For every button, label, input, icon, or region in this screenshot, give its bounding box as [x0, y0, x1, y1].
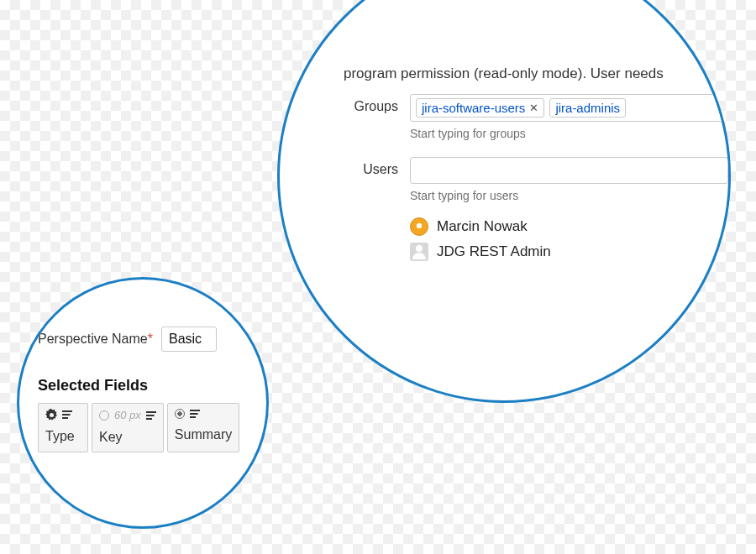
perspective-name-row: Perspective Name*	[38, 327, 266, 352]
align-lines-icon	[146, 411, 156, 420]
field-card-header	[45, 409, 81, 421]
users-hint: Start typing for users	[410, 189, 728, 202]
perspective-form: Perspective Name* Selected Fields Type 6…	[38, 327, 266, 452]
avatar-icon	[410, 217, 428, 236]
align-lines-icon	[190, 410, 200, 418]
user-suggestion-list: Marcin Nowak JDG REST Admin	[410, 214, 728, 264]
radio-filled-icon	[175, 409, 185, 419]
permissions-zoom-circle: program permission (read-only mode). Use…	[277, 0, 731, 403]
permissions-form: program permission (read-only mode). Use…	[339, 65, 728, 269]
field-card-type[interactable]: Type	[38, 403, 88, 452]
perspective-name-label: Perspective Name*	[38, 332, 153, 347]
user-name: JDG REST Admin	[437, 243, 551, 260]
users-input[interactable]	[410, 157, 728, 184]
user-name: Marcin Nowak	[437, 218, 528, 235]
group-tag-text: jira-adminis	[555, 101, 620, 115]
permission-description: program permission (read-only mode). Use…	[339, 65, 728, 82]
field-card-header: 60 px	[99, 409, 156, 421]
field-card-label: Key	[99, 430, 156, 445]
radio-empty-icon	[99, 410, 109, 421]
gear-icon	[45, 409, 57, 421]
groups-label: Groups	[339, 94, 410, 114]
field-card-key[interactable]: 60 px Key	[92, 403, 164, 452]
selected-fields-list: Type 60 px Key Summary	[38, 403, 266, 452]
user-suggestion[interactable]: Marcin Nowak	[410, 214, 728, 239]
perspective-name-input[interactable]	[161, 327, 217, 352]
selected-fields-heading: Selected Fields	[38, 377, 266, 395]
remove-tag-icon[interactable]: ✕	[529, 102, 538, 114]
perspective-zoom-circle: Perspective Name* Selected Fields Type 6…	[17, 277, 269, 529]
user-suggestion[interactable]: JDG REST Admin	[410, 239, 728, 264]
group-tag[interactable]: jira-adminis	[549, 98, 626, 118]
group-tag-text: jira-software-users	[422, 101, 525, 115]
field-card-header	[175, 409, 232, 419]
avatar-icon	[410, 243, 428, 261]
field-card-summary[interactable]: Summary	[167, 403, 239, 452]
groups-input[interactable]: jira-software-users ✕ jira-adminis	[410, 94, 728, 122]
field-card-label: Summary	[175, 427, 232, 442]
perspective-name-label-text: Perspective Name	[38, 332, 148, 346]
groups-hint: Start typing for groups	[410, 127, 728, 140]
users-row: Users Start typing for users Marcin Nowa…	[339, 157, 728, 264]
required-asterisk: *	[148, 332, 153, 346]
field-card-label: Type	[45, 429, 81, 444]
groups-row: Groups jira-software-users ✕ jira-admini…	[339, 94, 728, 152]
field-width-text: 60 px	[114, 409, 141, 421]
group-tag[interactable]: jira-software-users ✕	[416, 98, 544, 118]
align-lines-icon	[62, 410, 72, 419]
users-label: Users	[339, 157, 410, 177]
